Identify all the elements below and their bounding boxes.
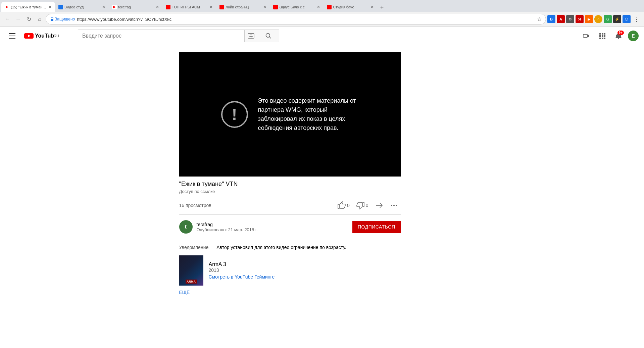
- new-tab-button[interactable]: +: [377, 3, 387, 12]
- tab-3[interactable]: terafrag ✕: [109, 2, 162, 12]
- notifications-button[interactable]: 9+: [612, 29, 625, 43]
- apps-button[interactable]: [596, 29, 609, 43]
- extension-icon-7[interactable]: G: [604, 15, 612, 23]
- game-info: ArmA 3 2013 Смотреть в YouTube Геймингe: [209, 255, 275, 286]
- tab-favicon-4: [166, 5, 170, 9]
- svg-marker-14: [588, 34, 589, 37]
- tab-title-2: Видео студ: [64, 5, 101, 9]
- svg-rect-20: [604, 35, 605, 37]
- extension-icon-6[interactable]: ○: [594, 15, 602, 23]
- video-info: "Ежик в тумане" VTN Доступ по ссылке 16 …: [179, 181, 401, 295]
- tab-close-icon[interactable]: ✕: [48, 5, 52, 9]
- game-thumbnail: ARMA: [179, 255, 203, 286]
- extension-icon-1[interactable]: B: [547, 15, 555, 23]
- youtube-locale: RU: [54, 34, 59, 38]
- main-content: ! Это видео содержит материалы от партне…: [0, 45, 644, 302]
- svg-rect-23: [604, 38, 605, 39]
- tab-favicon-5: [219, 5, 224, 9]
- tab-close-icon-4[interactable]: ✕: [209, 5, 213, 9]
- svg-point-26: [393, 205, 395, 206]
- extension-icon-2[interactable]: A: [557, 15, 565, 23]
- user-avatar[interactable]: E: [628, 31, 639, 41]
- video-content: ! Это видео содержит материалы от партне…: [171, 45, 473, 302]
- notification-value: Автор установил для этого видео ограниче…: [216, 245, 346, 250]
- tab-2[interactable]: Видео студ ✕: [55, 2, 109, 12]
- svg-rect-22: [602, 38, 603, 39]
- upload-button[interactable]: [580, 29, 593, 43]
- channel-published: Опубликовано: 21 мар. 2018 г.: [197, 227, 258, 232]
- game-card: ARMA ArmA 3 2013 Смотреть в YouTube Гейм…: [179, 255, 401, 286]
- video-player[interactable]: ! Это видео содержит материалы от партне…: [179, 52, 401, 177]
- tab-5[interactable]: Лайв страниц ✕: [216, 2, 270, 12]
- tab-favicon-7: [327, 5, 332, 9]
- share-button[interactable]: [373, 199, 386, 211]
- secure-icon: Защищено: [50, 17, 75, 21]
- hamburger-icon: [9, 33, 15, 39]
- tab-close-icon-3[interactable]: ✕: [156, 5, 159, 9]
- tab-title: (15) "Ежик в тумане" VT: [11, 5, 47, 9]
- tab-7[interactable]: Студия бачо ✕: [324, 2, 377, 12]
- tab-favicon-6: [273, 5, 278, 9]
- bookmark-icon[interactable]: ☆: [537, 16, 542, 22]
- blocked-text: Это видео содержит материалы от партнера…: [258, 96, 359, 133]
- channel-info: t terafrag Опубликовано: 21 мар. 2018 г.: [179, 220, 258, 234]
- search-input[interactable]: [78, 30, 244, 42]
- svg-rect-17: [604, 33, 605, 35]
- extension-icon-4[interactable]: Я: [576, 15, 584, 23]
- tab-6[interactable]: Эдиус Бачо с с ✕: [270, 2, 324, 12]
- svg-point-24: [618, 38, 619, 39]
- svg-text:YouTube: YouTube: [35, 33, 54, 39]
- browser-menu-button[interactable]: ⋮: [632, 14, 641, 24]
- like-button[interactable]: 0: [335, 199, 352, 211]
- tab-favicon-3: [112, 5, 117, 9]
- subscribe-button[interactable]: ПОДПИСАТЬСЯ: [352, 221, 400, 233]
- youtube-logo[interactable]: YouTube RU: [24, 33, 59, 39]
- home-button[interactable]: ⌂: [35, 14, 44, 24]
- channel-name[interactable]: terafrag: [197, 222, 258, 227]
- dislike-button[interactable]: 0: [354, 199, 371, 211]
- search-button[interactable]: [258, 30, 279, 42]
- navigation-bar: ← → ↻ ⌂ Защищено https://www.youtube.com…: [0, 12, 644, 26]
- tab-close-icon-6[interactable]: ✕: [317, 5, 320, 9]
- tab-title-7: Студия бачо: [333, 5, 369, 9]
- back-button[interactable]: ←: [3, 14, 12, 24]
- tab-close-icon-2[interactable]: ✕: [102, 5, 105, 9]
- exclamation-mark: !: [232, 106, 237, 122]
- notification-label: Уведомление: [179, 245, 209, 250]
- video-actions: 0 0: [335, 199, 401, 211]
- url-bar[interactable]: Защищено https://www.youtube.com/watch?v…: [46, 14, 546, 24]
- youtube-app: YouTube RU: [0, 27, 644, 348]
- more-button[interactable]: [387, 199, 401, 211]
- search-container: [78, 30, 279, 42]
- tab-4[interactable]: ТОП ИГРЫ АСМ ✕: [162, 2, 216, 12]
- tab-favicon: [5, 5, 9, 9]
- youtube-header: YouTube RU: [0, 27, 644, 45]
- video-meta-row: 16 просмотров 0: [179, 197, 401, 215]
- tab-active[interactable]: (15) "Ежик в тумане" VT ✕: [1, 2, 55, 12]
- video-views: 16 просмотров: [179, 203, 211, 208]
- tab-favicon-2: [58, 5, 63, 9]
- game-link[interactable]: Смотреть в YouTube Геймингe: [209, 274, 275, 280]
- channel-avatar[interactable]: t: [179, 220, 193, 234]
- svg-rect-19: [602, 35, 603, 37]
- forward-button[interactable]: →: [13, 14, 23, 24]
- tab-close-icon-5[interactable]: ✕: [263, 5, 266, 9]
- extension-icon-5[interactable]: ▶: [585, 15, 593, 23]
- blocked-icon: !: [221, 101, 248, 128]
- more-link[interactable]: ЕЩЁ: [179, 290, 401, 295]
- tab-bar: (15) "Ежик в тумане" VT ✕ Видео студ ✕ t…: [0, 0, 644, 12]
- svg-rect-18: [599, 35, 601, 37]
- extension-icon-8[interactable]: ⚡: [613, 15, 621, 23]
- tab-title-4: ТОП ИГРЫ АСМ: [172, 5, 208, 9]
- svg-line-12: [269, 37, 271, 38]
- extension-icon-3[interactable]: ⚙: [566, 15, 574, 23]
- tab-close-icon-7[interactable]: ✕: [370, 5, 374, 9]
- header-right: 9+ E: [580, 29, 639, 43]
- keyboard-icon[interactable]: [244, 30, 258, 42]
- extension-icon-9[interactable]: ⬡: [623, 15, 631, 23]
- channel-details: terafrag Опубликовано: 21 мар. 2018 г.: [197, 222, 258, 232]
- svg-rect-21: [599, 38, 601, 39]
- menu-button[interactable]: [5, 29, 19, 43]
- url-text: https://www.youtube.com/watch?v=SCYkJhcf…: [77, 17, 535, 22]
- reload-button[interactable]: ↻: [24, 14, 34, 24]
